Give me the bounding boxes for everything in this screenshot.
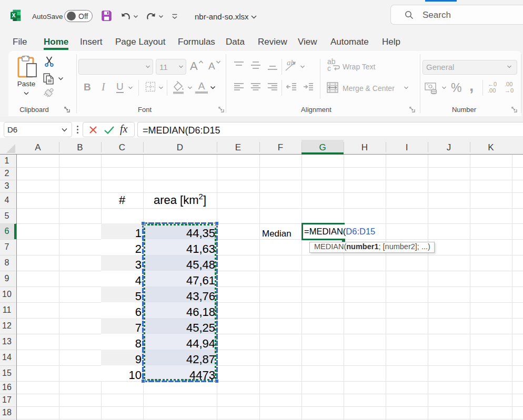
svg-text:X: X <box>12 12 16 18</box>
